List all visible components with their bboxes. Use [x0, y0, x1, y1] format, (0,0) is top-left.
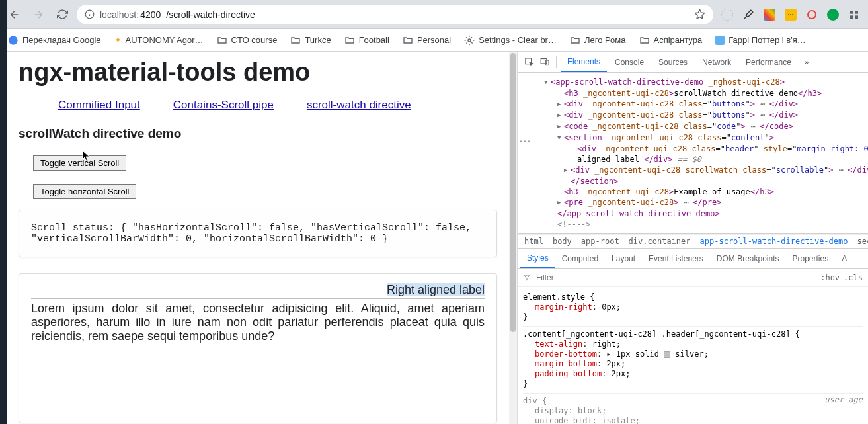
google-icon	[8, 35, 19, 46]
header-label: Right aligned label	[387, 283, 485, 296]
svg-rect-4	[855, 11, 858, 14]
filter-icon	[523, 274, 531, 282]
bookmark-item[interactable]: Лего Рома	[570, 35, 626, 46]
bookmark-item[interactable]: Аспірантура	[639, 35, 703, 46]
svg-point-2	[808, 11, 816, 19]
reload-icon[interactable]	[56, 8, 69, 21]
breadcrumb[interactable]: html body app-root div.container app-scr…	[518, 234, 868, 249]
toggle-horizontal-button[interactable]: Toggle horizontal Scroll	[33, 184, 136, 199]
bookmark-item[interactable]: Перекладач Google	[8, 35, 101, 46]
link-commified[interactable]: Commified Input	[58, 99, 140, 112]
tab-layout[interactable]: Layout	[605, 249, 642, 268]
back-icon[interactable]	[8, 8, 21, 21]
folder-icon	[570, 35, 580, 46]
tab-console[interactable]: Console	[608, 52, 651, 72]
lorem-text: Lorem ipsum dolor sit amet, consectetur …	[31, 302, 485, 343]
extension-icon[interactable]	[721, 9, 733, 21]
bookmark-item[interactable]: ✦AUTONOMY Agor…	[114, 35, 204, 45]
scroll-status-code: Scroll status: { "hasHorizontalScroll": …	[19, 210, 497, 257]
cls-toggle[interactable]: .cls	[844, 273, 863, 282]
tab-computed[interactable]: Computed	[555, 249, 605, 268]
url-path: /scroll-watch-directive	[166, 9, 255, 20]
tab-styles[interactable]: Styles	[520, 249, 555, 268]
more-tabs-icon[interactable]: »	[799, 58, 814, 67]
header-line: Right aligned label	[31, 283, 485, 299]
folder-icon	[344, 35, 355, 46]
styles-pane[interactable]: element.style { margin-right: 0px; } .co…	[518, 287, 868, 424]
bookmark-label: AUTONOMY Agor…	[126, 35, 204, 45]
page-title: ngx-material-tools demo	[19, 58, 504, 87]
tab-eventlisteners[interactable]: Event Listeners	[642, 249, 710, 268]
svg-rect-6	[855, 15, 858, 19]
bookmark-item[interactable]: Personal	[403, 35, 451, 46]
tab-properties[interactable]: Properties	[786, 249, 836, 268]
bookmark-item[interactable]: Settings - Clear br…	[464, 35, 557, 46]
tab-elements[interactable]: Elements	[561, 52, 607, 72]
scrollbar[interactable]	[509, 52, 517, 424]
hp-icon	[715, 36, 725, 45]
svg-marker-1	[695, 9, 704, 18]
svg-rect-3	[850, 11, 853, 14]
star-icon: ✦	[114, 35, 122, 45]
folder-icon	[403, 35, 413, 46]
svg-point-8	[468, 39, 471, 42]
extension-icon[interactable]	[848, 9, 860, 21]
extension-icon[interactable]	[742, 9, 754, 21]
link-contains[interactable]: Contains-Scroll pipe	[173, 99, 274, 112]
link-scrollwatch[interactable]: scroll-watch directive	[307, 99, 411, 112]
bookmark-label: Перекладач Google	[22, 35, 101, 45]
extension-icon[interactable]	[764, 9, 775, 21]
url-port: 4200	[140, 9, 161, 20]
url-host: localhost:	[100, 9, 139, 20]
tab-dombreakpoints[interactable]: DOM Breakpoints	[710, 249, 786, 268]
bookmark-item[interactable]: Turkce	[290, 35, 331, 46]
folder-icon	[290, 35, 301, 46]
hov-toggle[interactable]: :hov	[820, 273, 840, 282]
tab-performance[interactable]: Performance	[739, 52, 798, 72]
svg-point-7	[9, 36, 17, 44]
subtitle: scrollWatch directive demo	[19, 126, 504, 141]
bookmark-label: Settings - Clear br…	[479, 35, 557, 45]
extension-icon[interactable]	[806, 9, 818, 21]
dom-tree[interactable]: ··· <app-scroll-watch-directive-demo _ng…	[518, 73, 868, 234]
styles-filter-input[interactable]	[535, 273, 816, 283]
extension-icon[interactable]: ···	[785, 9, 797, 21]
bookmark-item[interactable]: Гаррі Поттер і в'я…	[715, 35, 806, 45]
tab-sources[interactable]: Sources	[652, 52, 694, 72]
extension-icon[interactable]	[827, 9, 839, 21]
folder-icon	[639, 35, 650, 46]
forward-icon	[32, 8, 45, 21]
gear-icon	[464, 35, 475, 46]
cursor-icon	[82, 150, 91, 162]
bookmark-item[interactable]: Football	[344, 35, 389, 46]
bookmark-label: Аспірантура	[654, 35, 703, 45]
device-icon[interactable]	[537, 57, 552, 67]
inspect-icon[interactable]	[522, 57, 536, 67]
folder-icon	[217, 35, 227, 46]
bookmark-label: Turkce	[305, 35, 331, 45]
content-section: Right aligned label Lorem ipsum dolor si…	[19, 273, 497, 423]
bookmark-label: Football	[359, 35, 389, 45]
info-icon	[85, 9, 95, 19]
address-bar[interactable]: localhost:4200/scroll-watch-directive	[77, 5, 713, 24]
bookmark-label: Personal	[417, 35, 451, 45]
bookmark-label: CTO course	[231, 35, 278, 45]
bookmark-label: Лего Рома	[584, 35, 626, 45]
bookmark-star-icon[interactable]	[694, 9, 705, 20]
tab-accessibility[interactable]: A	[835, 249, 853, 268]
bookmark-label: Гаррі Поттер і в'я…	[729, 35, 806, 45]
svg-rect-5	[850, 15, 853, 19]
tab-network[interactable]: Network	[695, 52, 738, 72]
bookmark-item[interactable]: CTO course	[217, 35, 278, 46]
toggle-vertical-button[interactable]: Toggle vertical Scroll	[33, 155, 126, 171]
